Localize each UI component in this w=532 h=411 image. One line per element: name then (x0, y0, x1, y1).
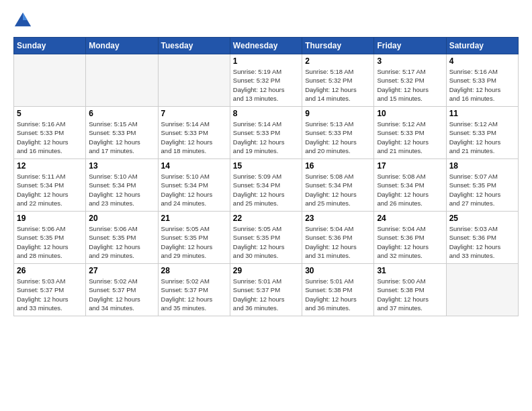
calendar-week-4: 19Sunrise: 5:06 AM Sunset: 5:35 PM Dayli… (14, 212, 519, 264)
calendar-cell: 26Sunrise: 5:03 AM Sunset: 5:37 PM Dayli… (14, 264, 86, 316)
day-info: Sunrise: 5:01 AM Sunset: 5:38 PM Dayligh… (305, 277, 371, 312)
day-number: 19 (17, 214, 83, 223)
weekday-header-saturday: Saturday (446, 38, 518, 54)
day-info: Sunrise: 5:02 AM Sunset: 5:37 PM Dayligh… (161, 277, 227, 312)
day-number: 12 (17, 161, 83, 171)
day-number: 30 (305, 266, 371, 275)
calendar-cell: 30Sunrise: 5:01 AM Sunset: 5:38 PM Dayli… (302, 264, 374, 316)
weekday-header-sunday: Sunday (14, 38, 86, 54)
day-number: 14 (161, 161, 227, 171)
day-info: Sunrise: 5:16 AM Sunset: 5:33 PM Dayligh… (17, 120, 83, 155)
day-info: Sunrise: 5:13 AM Sunset: 5:33 PM Dayligh… (305, 120, 371, 155)
day-info: Sunrise: 5:11 AM Sunset: 5:34 PM Dayligh… (17, 172, 83, 208)
day-info: Sunrise: 5:18 AM Sunset: 5:32 PM Dayligh… (305, 67, 371, 103)
calendar-cell (446, 264, 518, 316)
calendar-cell: 15Sunrise: 5:09 AM Sunset: 5:34 PM Dayli… (230, 159, 302, 212)
calendar-cell: 25Sunrise: 5:03 AM Sunset: 5:36 PM Dayli… (446, 212, 518, 264)
day-info: Sunrise: 5:08 AM Sunset: 5:34 PM Dayligh… (305, 172, 371, 208)
calendar-cell: 23Sunrise: 5:04 AM Sunset: 5:36 PM Dayli… (302, 212, 374, 264)
logo-icon (13, 10, 32, 29)
day-info: Sunrise: 5:14 AM Sunset: 5:33 PM Dayligh… (161, 120, 227, 155)
calendar-cell: 3Sunrise: 5:17 AM Sunset: 5:32 PM Daylig… (374, 54, 446, 107)
day-info: Sunrise: 5:12 AM Sunset: 5:33 PM Dayligh… (449, 120, 515, 155)
day-number: 16 (305, 161, 371, 171)
calendar-cell: 2Sunrise: 5:18 AM Sunset: 5:32 PM Daylig… (302, 54, 374, 107)
day-number: 23 (305, 214, 371, 223)
calendar-cell (158, 54, 230, 107)
calendar-cell: 8Sunrise: 5:14 AM Sunset: 5:33 PM Daylig… (230, 107, 302, 159)
calendar-cell: 29Sunrise: 5:01 AM Sunset: 5:37 PM Dayli… (230, 264, 302, 316)
weekday-header-friday: Friday (374, 38, 446, 54)
calendar-cell: 21Sunrise: 5:05 AM Sunset: 5:35 PM Dayli… (158, 212, 230, 264)
calendar-cell: 27Sunrise: 5:02 AM Sunset: 5:37 PM Dayli… (86, 264, 158, 316)
day-number: 3 (377, 56, 443, 66)
calendar-cell: 10Sunrise: 5:12 AM Sunset: 5:33 PM Dayli… (374, 107, 446, 159)
calendar-table: SundayMondayTuesdayWednesdayThursdayFrid… (13, 37, 519, 316)
svg-marker-1 (23, 13, 28, 20)
day-number: 5 (17, 109, 83, 118)
calendar-cell: 11Sunrise: 5:12 AM Sunset: 5:33 PM Dayli… (446, 107, 518, 159)
day-number: 10 (377, 109, 443, 118)
weekday-header-wednesday: Wednesday (230, 38, 302, 54)
weekday-header-monday: Monday (86, 38, 158, 54)
day-number: 7 (161, 109, 227, 118)
calendar-cell: 22Sunrise: 5:05 AM Sunset: 5:35 PM Dayli… (230, 212, 302, 264)
calendar-cell: 16Sunrise: 5:08 AM Sunset: 5:34 PM Dayli… (302, 159, 374, 212)
day-info: Sunrise: 5:04 AM Sunset: 5:36 PM Dayligh… (305, 224, 371, 260)
day-number: 18 (449, 161, 515, 171)
day-number: 11 (449, 109, 515, 118)
calendar-cell (14, 54, 86, 107)
calendar-cell (86, 54, 158, 107)
calendar-header-row: SundayMondayTuesdayWednesdayThursdayFrid… (14, 38, 519, 54)
day-info: Sunrise: 5:19 AM Sunset: 5:32 PM Dayligh… (233, 67, 299, 103)
weekday-header-tuesday: Tuesday (158, 38, 230, 54)
day-number: 20 (89, 214, 154, 223)
day-info: Sunrise: 5:02 AM Sunset: 5:37 PM Dayligh… (89, 277, 154, 312)
day-number: 15 (233, 161, 299, 171)
calendar-cell: 18Sunrise: 5:07 AM Sunset: 5:35 PM Dayli… (446, 159, 518, 212)
day-number: 22 (233, 214, 299, 223)
calendar-week-5: 26Sunrise: 5:03 AM Sunset: 5:37 PM Dayli… (14, 264, 519, 316)
day-number: 9 (305, 109, 371, 118)
calendar-cell: 4Sunrise: 5:16 AM Sunset: 5:33 PM Daylig… (446, 54, 518, 107)
day-info: Sunrise: 5:14 AM Sunset: 5:33 PM Dayligh… (233, 120, 299, 155)
day-info: Sunrise: 5:12 AM Sunset: 5:33 PM Dayligh… (377, 120, 443, 155)
day-info: Sunrise: 5:00 AM Sunset: 5:38 PM Dayligh… (377, 277, 443, 312)
header (13, 10, 519, 29)
calendar-week-2: 5Sunrise: 5:16 AM Sunset: 5:33 PM Daylig… (14, 107, 519, 159)
day-number: 13 (89, 161, 154, 171)
day-number: 25 (449, 214, 515, 223)
day-number: 17 (377, 161, 443, 171)
day-number: 27 (89, 266, 154, 275)
weekday-header-thursday: Thursday (302, 38, 374, 54)
day-number: 8 (233, 109, 299, 118)
calendar-cell: 24Sunrise: 5:04 AM Sunset: 5:36 PM Dayli… (374, 212, 446, 264)
calendar-week-1: 1Sunrise: 5:19 AM Sunset: 5:32 PM Daylig… (14, 54, 519, 107)
day-number: 2 (305, 56, 371, 66)
calendar-week-3: 12Sunrise: 5:11 AM Sunset: 5:34 PM Dayli… (14, 159, 519, 212)
calendar-cell: 9Sunrise: 5:13 AM Sunset: 5:33 PM Daylig… (302, 107, 374, 159)
calendar-cell: 7Sunrise: 5:14 AM Sunset: 5:33 PM Daylig… (158, 107, 230, 159)
day-number: 6 (89, 109, 154, 118)
day-info: Sunrise: 5:16 AM Sunset: 5:33 PM Dayligh… (449, 67, 515, 103)
day-info: Sunrise: 5:10 AM Sunset: 5:34 PM Dayligh… (89, 172, 154, 208)
day-info: Sunrise: 5:06 AM Sunset: 5:35 PM Dayligh… (17, 224, 83, 260)
day-info: Sunrise: 5:01 AM Sunset: 5:37 PM Dayligh… (233, 277, 299, 312)
page-container: SundayMondayTuesdayWednesdayThursdayFrid… (0, 0, 532, 411)
calendar-cell: 12Sunrise: 5:11 AM Sunset: 5:34 PM Dayli… (14, 159, 86, 212)
day-info: Sunrise: 5:05 AM Sunset: 5:35 PM Dayligh… (161, 224, 227, 260)
calendar-cell: 31Sunrise: 5:00 AM Sunset: 5:38 PM Dayli… (374, 264, 446, 316)
day-info: Sunrise: 5:06 AM Sunset: 5:35 PM Dayligh… (89, 224, 154, 260)
calendar-cell: 14Sunrise: 5:10 AM Sunset: 5:34 PM Dayli… (158, 159, 230, 212)
calendar-cell: 6Sunrise: 5:15 AM Sunset: 5:33 PM Daylig… (86, 107, 158, 159)
day-info: Sunrise: 5:07 AM Sunset: 5:35 PM Dayligh… (449, 172, 515, 208)
calendar-cell: 17Sunrise: 5:08 AM Sunset: 5:34 PM Dayli… (374, 159, 446, 212)
day-number: 29 (233, 266, 299, 275)
day-number: 31 (377, 266, 443, 275)
day-info: Sunrise: 5:17 AM Sunset: 5:32 PM Dayligh… (377, 67, 443, 103)
day-info: Sunrise: 5:15 AM Sunset: 5:33 PM Dayligh… (89, 120, 154, 155)
day-info: Sunrise: 5:08 AM Sunset: 5:34 PM Dayligh… (377, 172, 443, 208)
day-info: Sunrise: 5:04 AM Sunset: 5:36 PM Dayligh… (377, 224, 443, 260)
day-info: Sunrise: 5:03 AM Sunset: 5:36 PM Dayligh… (449, 224, 515, 260)
calendar-cell: 13Sunrise: 5:10 AM Sunset: 5:34 PM Dayli… (86, 159, 158, 212)
